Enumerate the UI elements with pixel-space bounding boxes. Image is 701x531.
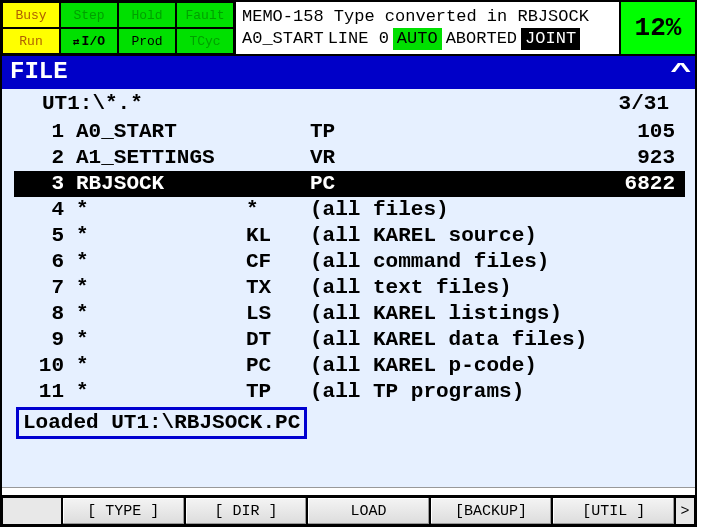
row-name: * (76, 327, 246, 353)
row-index: 8 (18, 301, 76, 327)
row-desc: (all KAREL p-code) (310, 353, 591, 379)
file-row[interactable]: 9*DT(all KAREL data files) (14, 327, 685, 353)
fkey-dir[interactable]: [ DIR ] (185, 497, 308, 525)
row-name: * (76, 301, 246, 327)
row-index: 2 (18, 145, 76, 171)
message-state: ABORTED (446, 28, 517, 50)
fkey-util[interactable]: [UTIL ] (552, 497, 675, 525)
row-size: 105 (591, 119, 681, 145)
caret-up-icon[interactable]: ^ (670, 60, 692, 83)
status-step: Step (60, 2, 118, 28)
row-desc: (all KAREL source) (310, 223, 591, 249)
status-fault: Fault (176, 2, 234, 28)
fkey-load[interactable]: LOAD (307, 497, 430, 525)
status-busy: Busy (2, 2, 60, 28)
file-row[interactable]: 6*CF(all command files) (14, 249, 685, 275)
row-desc: (all text files) (310, 275, 591, 301)
io-icon: ⇄ (73, 35, 80, 48)
status-tcyc: TCyc (176, 28, 234, 54)
title-bar: FILE ^ (2, 56, 695, 89)
message-joint-tag: JOINT (521, 28, 580, 50)
row-ext: LS (246, 301, 310, 327)
file-row[interactable]: 2A1_SETTINGSVR923 (14, 145, 685, 171)
file-area: UT1:\*.* 3/31 1A0_STARTTP1052A1_SETTINGS… (2, 89, 695, 487)
fkey-type[interactable]: [ TYPE ] (62, 497, 185, 525)
screen-title: FILE (10, 58, 68, 85)
row-desc: (all command files) (310, 249, 591, 275)
row-name: * (76, 379, 246, 405)
loaded-message: Loaded UT1:\RBJSOCK.PC (16, 407, 307, 439)
top-bar: Busy Step Hold Fault Run ⇄ I/O Prod TCyc… (2, 2, 695, 56)
row-index: 5 (18, 223, 76, 249)
row-index: 11 (18, 379, 76, 405)
row-ext: CF (246, 249, 310, 275)
row-index: 7 (18, 275, 76, 301)
row-name: A0_START (76, 119, 246, 145)
current-path: UT1:\*.* (42, 91, 143, 117)
message-prog: A0_START (242, 28, 324, 50)
row-ext: TP (246, 379, 310, 405)
status-run: Run (2, 28, 60, 54)
fkey-blank-left (2, 497, 62, 525)
file-row[interactable]: 7*TX(all text files) (14, 275, 685, 301)
row-desc: (all TP programs) (310, 379, 591, 405)
file-list[interactable]: 1A0_STARTTP1052A1_SETTINGSVR9233RBJSOCKP… (14, 119, 685, 405)
row-ext: KL (246, 223, 310, 249)
row-index: 1 (18, 119, 76, 145)
message-box: MEMO-158 Type converted in RBJSOCK A0_ST… (236, 2, 621, 54)
status-prod: Prod (118, 28, 176, 54)
row-name: * (76, 275, 246, 301)
row-name: * (76, 249, 246, 275)
row-desc: (all files) (310, 197, 591, 223)
row-index: 4 (18, 197, 76, 223)
row-index: 6 (18, 249, 76, 275)
status-io: ⇄ I/O (60, 28, 118, 54)
message-line1: MEMO-158 Type converted in RBJSOCK (242, 6, 613, 28)
fkey-blank-right[interactable]: > (675, 497, 695, 525)
file-row[interactable]: 3RBJSOCKPC6822 (14, 171, 685, 197)
row-ext: DT (246, 327, 310, 353)
row-index: 9 (18, 327, 76, 353)
status-hold: Hold (118, 2, 176, 28)
file-row[interactable]: 10*PC(all KAREL p-code) (14, 353, 685, 379)
message-auto-tag: AUTO (393, 28, 442, 50)
file-row[interactable]: 11*TP(all TP programs) (14, 379, 685, 405)
status-grid: Busy Step Hold Fault Run ⇄ I/O Prod TCyc (2, 2, 236, 54)
row-desc: VR (310, 145, 591, 171)
file-row[interactable]: 5*KL(all KAREL source) (14, 223, 685, 249)
item-counter: 3/31 (619, 91, 669, 117)
row-index: 3 (18, 171, 76, 197)
row-name: * (76, 197, 246, 223)
row-desc: (all KAREL data files) (310, 327, 591, 353)
row-desc: PC (310, 171, 591, 197)
row-desc: TP (310, 119, 591, 145)
row-desc: (all KAREL listings) (310, 301, 591, 327)
row-index: 10 (18, 353, 76, 379)
file-row[interactable]: 4**(all files) (14, 197, 685, 223)
row-name: * (76, 353, 246, 379)
row-ext: PC (246, 353, 310, 379)
row-name: A1_SETTINGS (76, 145, 246, 171)
footer-bar: [ TYPE ] [ DIR ] LOAD [BACKUP] [UTIL ] > (2, 495, 695, 525)
row-name: RBJSOCK (76, 171, 246, 197)
status-io-label: I/O (82, 34, 105, 49)
row-size: 6822 (591, 171, 681, 197)
row-ext: * (246, 197, 310, 223)
fkey-backup[interactable]: [BACKUP] (430, 497, 553, 525)
message-line: LINE 0 (328, 28, 389, 50)
override-percent: 12% (621, 2, 695, 54)
row-name: * (76, 223, 246, 249)
file-row[interactable]: 8*LS(all KAREL listings) (14, 301, 685, 327)
row-size: 923 (591, 145, 681, 171)
row-ext: TX (246, 275, 310, 301)
file-row[interactable]: 1A0_STARTTP105 (14, 119, 685, 145)
